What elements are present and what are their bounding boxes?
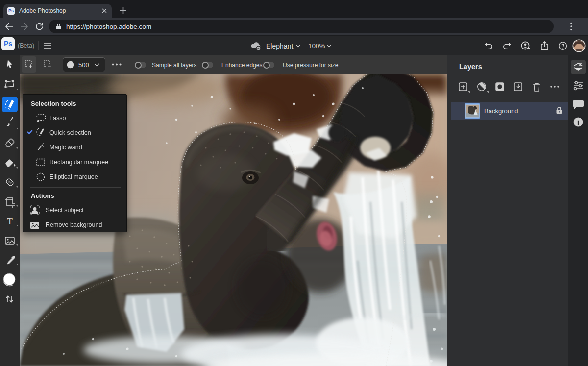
svg-text:T: T [7, 216, 13, 226]
